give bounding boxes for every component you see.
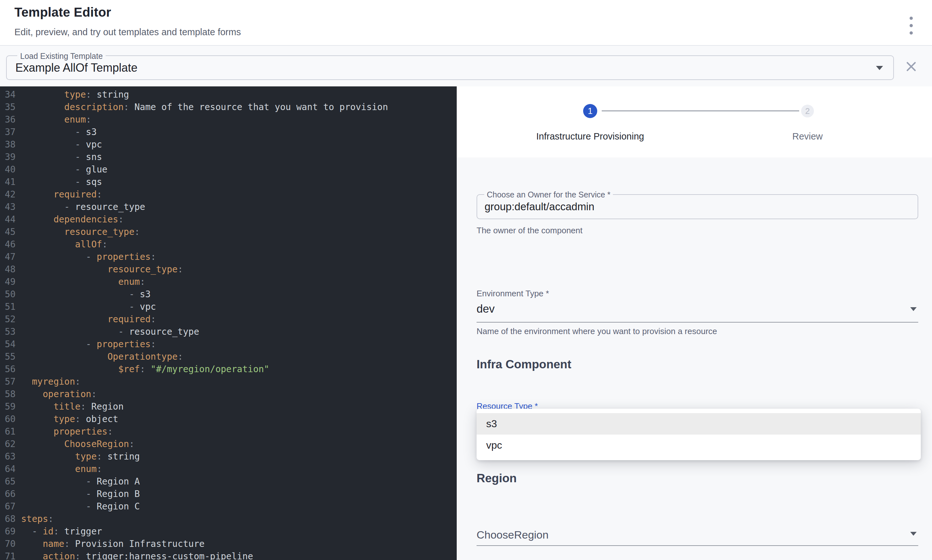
line-number: 40	[0, 163, 21, 176]
code-line: 40 - glue	[0, 163, 457, 176]
code-line: 63 type: string	[0, 450, 457, 463]
line-number: 35	[0, 101, 21, 113]
infra-component-heading: Infra Component	[477, 358, 571, 371]
code-line: 53 - resource_type	[0, 325, 457, 338]
kebab-vertical-icon	[910, 24, 913, 27]
line-number: 60	[0, 413, 21, 425]
line-number: 46	[0, 238, 21, 251]
select-arrow-icon	[910, 532, 917, 536]
line-number: 50	[0, 288, 21, 300]
load-template-select[interactable]: Load Existing Template Example AllOf Tem…	[6, 55, 894, 80]
code-line: 37 - s3	[0, 126, 457, 138]
line-number: 37	[0, 126, 21, 138]
code-line: 52 required:	[0, 313, 457, 325]
code-line: 61 properties:	[0, 425, 457, 438]
code-lines: 34 type: string35 description: Name of t…	[0, 86, 457, 560]
code-line: 39 - sns	[0, 151, 457, 163]
owner-input[interactable]: Choose an Owner for the Service * group:…	[477, 194, 918, 219]
step-2-label: Review	[792, 131, 823, 142]
code-line: 45 resource_type:	[0, 226, 457, 238]
stepper-connector	[602, 111, 799, 111]
line-number: 39	[0, 151, 21, 163]
environment-select[interactable]: dev	[477, 302, 494, 315]
code-line: 46 allOf:	[0, 238, 457, 251]
yaml-code-editor[interactable]: 34 type: string35 description: Name of t…	[0, 86, 457, 560]
line-number: 65	[0, 475, 21, 488]
code-line: 42 required:	[0, 188, 457, 201]
line-number: 47	[0, 251, 21, 263]
environment-helper-text: Name of the environment where you want t…	[477, 326, 717, 336]
code-line: 56 $ref: "#/myregion/operation"	[0, 363, 457, 375]
choose-region-select[interactable]: ChooseRegion	[477, 529, 549, 541]
line-number: 41	[0, 176, 21, 188]
code-line: 44 dependencies:	[0, 213, 457, 226]
more-options-button[interactable]	[908, 17, 915, 35]
step-2-circle: 2	[801, 105, 814, 117]
line-number: 61	[0, 425, 21, 438]
line-number: 49	[0, 275, 21, 288]
line-number: 62	[0, 438, 21, 450]
code-line: 58 operation:	[0, 388, 457, 400]
line-number: 57	[0, 375, 21, 388]
line-number: 54	[0, 338, 21, 351]
code-line: 57 myregion:	[0, 375, 457, 388]
line-number: 64	[0, 463, 21, 475]
code-line: 55 Operationtype:	[0, 351, 457, 363]
select-arrow-icon	[910, 307, 917, 311]
line-number: 55	[0, 351, 21, 363]
code-line: 51 - vpc	[0, 300, 457, 313]
code-line: 41 - sqs	[0, 176, 457, 188]
code-line: 38 - vpc	[0, 138, 457, 151]
resource-menu-list: s3vpc	[477, 413, 921, 456]
line-number: 43	[0, 201, 21, 213]
line-number: 69	[0, 525, 21, 538]
line-number: 36	[0, 113, 21, 126]
code-line: 68steps:	[0, 512, 457, 525]
line-number: 38	[0, 138, 21, 151]
load-template-value: Example AllOf Template	[15, 56, 138, 79]
line-number: 48	[0, 263, 21, 275]
kebab-vertical-icon	[910, 17, 913, 20]
page-header: Template Editor Edit, preview, and try o…	[0, 0, 932, 46]
menu-item-s3[interactable]: s3	[477, 413, 921, 435]
clear-template-button[interactable]	[906, 61, 917, 72]
code-line: 43 - resource_type	[0, 201, 457, 213]
template-editor-page: Template Editor Edit, preview, and try o…	[0, 0, 932, 560]
code-line: 48 resource_type:	[0, 263, 457, 275]
line-number: 53	[0, 325, 21, 338]
kebab-vertical-icon	[910, 31, 913, 35]
region-heading: Region	[477, 472, 517, 485]
line-number: 63	[0, 450, 21, 463]
code-line: 67 - Region C	[0, 500, 457, 512]
step-1-number: 1	[587, 106, 592, 116]
close-icon	[906, 61, 917, 72]
code-line: 34 type: string	[0, 88, 457, 101]
code-line: 35 description: Name of the resource tha…	[0, 101, 457, 113]
caret-down-icon	[876, 66, 883, 70]
owner-helper-text: The owner of the component	[477, 226, 583, 235]
line-number: 44	[0, 213, 21, 226]
line-number: 71	[0, 550, 21, 560]
line-number: 42	[0, 188, 21, 201]
code-line: 60 type: object	[0, 413, 457, 425]
owner-field-value: group:default/accadmin	[484, 195, 594, 218]
line-number: 67	[0, 500, 21, 512]
page-subtitle: Edit, preview, and try out templates and…	[14, 27, 241, 37]
code-line: 71 action: trigger:harness-custom-pipeli…	[0, 550, 457, 560]
code-line: 59 title: Region	[0, 400, 457, 413]
line-number: 56	[0, 363, 21, 375]
environment-underline	[477, 322, 918, 323]
code-line: 50 - s3	[0, 288, 457, 300]
step-1-label: Infrastructure Provisioning	[537, 131, 644, 142]
line-number: 68	[0, 512, 21, 525]
line-number: 34	[0, 88, 21, 101]
line-number: 58	[0, 388, 21, 400]
menu-item-vpc[interactable]: vpc	[477, 435, 921, 456]
code-line: 66 - Region B	[0, 488, 457, 500]
resource-type-menu: s3vpc	[477, 409, 921, 460]
choose-region-underline	[477, 545, 918, 546]
step-2-number: 2	[805, 106, 810, 116]
environment-field-label: Environment Type *	[477, 289, 549, 298]
code-line: 64 enum:	[0, 463, 457, 475]
code-line: 47 - properties:	[0, 251, 457, 263]
